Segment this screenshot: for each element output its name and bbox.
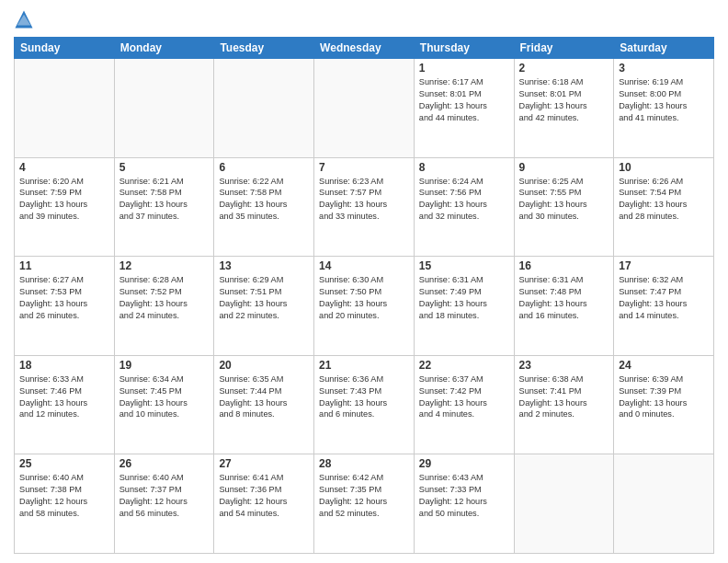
day-number: 20 [219, 359, 309, 372]
week-row-3: 11Sunrise: 6:27 AM Sunset: 7:53 PM Dayli… [15, 257, 714, 356]
day-number: 10 [619, 161, 709, 174]
col-header-sunday: Sunday [15, 38, 115, 59]
day-number: 6 [219, 161, 309, 174]
day-info: Sunrise: 6:23 AM Sunset: 7:57 PM Dayligh… [319, 176, 409, 224]
day-info: Sunrise: 6:31 AM Sunset: 7:48 PM Dayligh… [519, 274, 609, 322]
calendar-cell: 13Sunrise: 6:29 AM Sunset: 7:51 PM Dayli… [214, 257, 314, 356]
day-number: 19 [119, 359, 210, 372]
calendar-cell: 4Sunrise: 6:20 AM Sunset: 7:59 PM Daylig… [15, 157, 115, 257]
day-info: Sunrise: 6:35 AM Sunset: 7:44 PM Dayligh… [219, 373, 309, 421]
day-number: 3 [619, 62, 709, 75]
header [14, 9, 714, 29]
calendar-cell: 8Sunrise: 6:24 AM Sunset: 7:56 PM Daylig… [414, 157, 514, 257]
day-info: Sunrise: 6:40 AM Sunset: 7:37 PM Dayligh… [119, 472, 210, 520]
day-number: 28 [319, 457, 409, 470]
calendar-cell: 5Sunrise: 6:21 AM Sunset: 7:58 PM Daylig… [114, 157, 214, 257]
week-row-5: 25Sunrise: 6:40 AM Sunset: 7:38 PM Dayli… [15, 454, 714, 554]
calendar-cell: 25Sunrise: 6:40 AM Sunset: 7:38 PM Dayli… [15, 454, 115, 554]
day-info: Sunrise: 6:31 AM Sunset: 7:49 PM Dayligh… [419, 274, 509, 322]
calendar-cell: 18Sunrise: 6:33 AM Sunset: 7:46 PM Dayli… [15, 355, 115, 454]
day-number: 12 [119, 259, 210, 272]
day-info: Sunrise: 6:33 AM Sunset: 7:46 PM Dayligh… [19, 373, 109, 421]
day-number: 17 [619, 259, 709, 272]
calendar-cell: 10Sunrise: 6:26 AM Sunset: 7:54 PM Dayli… [614, 157, 714, 257]
calendar-cell [114, 59, 214, 158]
day-number: 14 [319, 259, 409, 272]
day-info: Sunrise: 6:22 AM Sunset: 7:58 PM Dayligh… [219, 176, 309, 224]
page: SundayMondayTuesdayWednesdayThursdayFrid… [0, 0, 728, 563]
day-info: Sunrise: 6:20 AM Sunset: 7:59 PM Dayligh… [19, 176, 109, 224]
day-number: 2 [519, 62, 609, 75]
col-header-monday: Monday [114, 38, 214, 59]
calendar-cell: 19Sunrise: 6:34 AM Sunset: 7:45 PM Dayli… [114, 355, 214, 454]
day-info: Sunrise: 6:43 AM Sunset: 7:33 PM Dayligh… [419, 472, 509, 520]
calendar-cell: 22Sunrise: 6:37 AM Sunset: 7:42 PM Dayli… [414, 355, 514, 454]
col-header-thursday: Thursday [414, 38, 514, 59]
day-number: 23 [519, 359, 609, 372]
day-number: 29 [419, 457, 509, 470]
calendar-cell: 1Sunrise: 6:17 AM Sunset: 8:01 PM Daylig… [414, 59, 514, 158]
day-info: Sunrise: 6:29 AM Sunset: 7:51 PM Dayligh… [219, 274, 309, 322]
calendar-cell: 20Sunrise: 6:35 AM Sunset: 7:44 PM Dayli… [214, 355, 314, 454]
calendar-cell: 15Sunrise: 6:31 AM Sunset: 7:49 PM Dayli… [414, 257, 514, 356]
day-info: Sunrise: 6:28 AM Sunset: 7:52 PM Dayligh… [119, 274, 210, 322]
day-number: 9 [519, 161, 609, 174]
calendar-cell: 27Sunrise: 6:41 AM Sunset: 7:36 PM Dayli… [214, 454, 314, 554]
day-info: Sunrise: 6:17 AM Sunset: 8:01 PM Dayligh… [419, 76, 509, 124]
calendar-cell [514, 454, 614, 554]
week-row-2: 4Sunrise: 6:20 AM Sunset: 7:59 PM Daylig… [15, 157, 714, 257]
day-info: Sunrise: 6:39 AM Sunset: 7:39 PM Dayligh… [619, 373, 709, 421]
day-number: 1 [419, 62, 509, 75]
col-header-wednesday: Wednesday [314, 38, 415, 59]
day-info: Sunrise: 6:34 AM Sunset: 7:45 PM Dayligh… [119, 373, 210, 421]
calendar-header-row: SundayMondayTuesdayWednesdayThursdayFrid… [15, 38, 714, 59]
day-info: Sunrise: 6:37 AM Sunset: 7:42 PM Dayligh… [419, 373, 509, 421]
day-number: 15 [419, 259, 509, 272]
day-info: Sunrise: 6:24 AM Sunset: 7:56 PM Dayligh… [419, 176, 509, 224]
col-header-friday: Friday [514, 38, 614, 59]
day-number: 13 [219, 259, 309, 272]
day-info: Sunrise: 6:25 AM Sunset: 7:55 PM Dayligh… [519, 176, 609, 224]
day-info: Sunrise: 6:30 AM Sunset: 7:50 PM Dayligh… [319, 274, 409, 322]
calendar-cell: 2Sunrise: 6:18 AM Sunset: 8:01 PM Daylig… [514, 59, 614, 158]
week-row-4: 18Sunrise: 6:33 AM Sunset: 7:46 PM Dayli… [15, 355, 714, 454]
day-info: Sunrise: 6:42 AM Sunset: 7:35 PM Dayligh… [319, 472, 409, 520]
week-row-1: 1Sunrise: 6:17 AM Sunset: 8:01 PM Daylig… [15, 59, 714, 158]
day-number: 8 [419, 161, 509, 174]
day-number: 27 [219, 457, 309, 470]
calendar-cell: 6Sunrise: 6:22 AM Sunset: 7:58 PM Daylig… [214, 157, 314, 257]
calendar-cell [614, 454, 714, 554]
logo-icon [14, 9, 34, 29]
day-number: 26 [119, 457, 210, 470]
day-number: 11 [19, 259, 109, 272]
logo [14, 9, 38, 29]
calendar-cell [15, 59, 115, 158]
day-info: Sunrise: 6:40 AM Sunset: 7:38 PM Dayligh… [19, 472, 109, 520]
day-number: 7 [319, 161, 409, 174]
calendar-cell: 28Sunrise: 6:42 AM Sunset: 7:35 PM Dayli… [314, 454, 415, 554]
day-number: 25 [19, 457, 109, 470]
day-info: Sunrise: 6:41 AM Sunset: 7:36 PM Dayligh… [219, 472, 309, 520]
calendar-cell: 21Sunrise: 6:36 AM Sunset: 7:43 PM Dayli… [314, 355, 415, 454]
calendar-cell [214, 59, 314, 158]
col-header-tuesday: Tuesday [214, 38, 314, 59]
calendar-cell: 17Sunrise: 6:32 AM Sunset: 7:47 PM Dayli… [614, 257, 714, 356]
day-number: 16 [519, 259, 609, 272]
day-number: 21 [319, 359, 409, 372]
day-info: Sunrise: 6:32 AM Sunset: 7:47 PM Dayligh… [619, 274, 709, 322]
day-info: Sunrise: 6:38 AM Sunset: 7:41 PM Dayligh… [519, 373, 609, 421]
calendar-cell: 29Sunrise: 6:43 AM Sunset: 7:33 PM Dayli… [414, 454, 514, 554]
calendar-cell: 14Sunrise: 6:30 AM Sunset: 7:50 PM Dayli… [314, 257, 415, 356]
calendar-cell: 24Sunrise: 6:39 AM Sunset: 7:39 PM Dayli… [614, 355, 714, 454]
day-info: Sunrise: 6:19 AM Sunset: 8:00 PM Dayligh… [619, 76, 709, 124]
day-info: Sunrise: 6:36 AM Sunset: 7:43 PM Dayligh… [319, 373, 409, 421]
day-info: Sunrise: 6:26 AM Sunset: 7:54 PM Dayligh… [619, 176, 709, 224]
calendar-cell: 23Sunrise: 6:38 AM Sunset: 7:41 PM Dayli… [514, 355, 614, 454]
calendar-cell: 9Sunrise: 6:25 AM Sunset: 7:55 PM Daylig… [514, 157, 614, 257]
calendar-cell: 16Sunrise: 6:31 AM Sunset: 7:48 PM Dayli… [514, 257, 614, 356]
calendar-cell: 11Sunrise: 6:27 AM Sunset: 7:53 PM Dayli… [15, 257, 115, 356]
day-number: 22 [419, 359, 509, 372]
day-info: Sunrise: 6:21 AM Sunset: 7:58 PM Dayligh… [119, 176, 210, 224]
day-info: Sunrise: 6:27 AM Sunset: 7:53 PM Dayligh… [19, 274, 109, 322]
day-number: 4 [19, 161, 109, 174]
